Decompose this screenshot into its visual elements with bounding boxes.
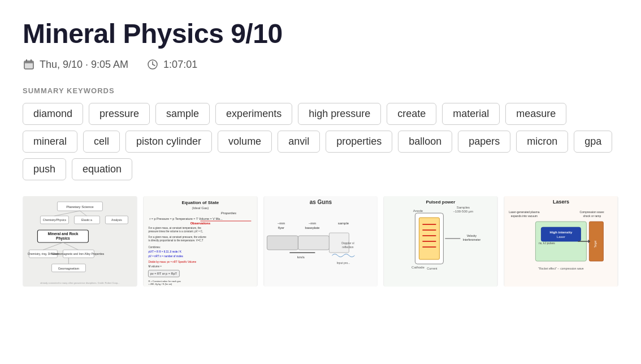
keyword-tag-18[interactable]: push: [23, 158, 66, 180]
svg-text:pV = nRT  n = number of moles: pV = nRT n = number of moles: [148, 255, 183, 258]
keyword-tag-8[interactable]: mineral: [23, 131, 77, 153]
keyword-tag-17[interactable]: gpa: [574, 131, 612, 153]
keyword-tag-7[interactable]: measure: [505, 103, 566, 125]
image-card-4: Pulsed power Anode Samples ~100-500 μm V…: [383, 196, 498, 287]
keyword-tag-14[interactable]: balloon: [398, 131, 452, 153]
image-card-2: Equation of State (Ideal Gas) Properties…: [143, 196, 258, 287]
keyword-tag-6[interactable]: material: [442, 103, 500, 125]
svg-text:Properties: Properties: [221, 211, 236, 215]
svg-text:Target: Target: [595, 240, 597, 248]
svg-text:Planetary Science: Planetary Science: [66, 205, 94, 209]
page-title: Mineral Physics 9/10: [23, 18, 618, 49]
meta-row: Thu, 9/10 · 9:05 AM 1:07:01: [23, 58, 618, 71]
keyword-tag-11[interactable]: volume: [218, 131, 272, 153]
svg-text:Mineral and Rock: Mineral and Rock: [47, 232, 78, 236]
svg-text:baseplate: baseplate: [305, 226, 320, 229]
svg-text:Electromagnetic and Iron Alloy: Electromagnetic and Iron Alloy Propertie…: [53, 252, 105, 255]
keyword-tag-19[interactable]: equation: [72, 158, 132, 180]
svg-text:Input pro...: Input pro...: [336, 261, 350, 265]
duration-meta: 1:07:01: [146, 58, 197, 71]
image-card-5: Lasers Laser-generated plasma expands in…: [504, 196, 618, 287]
svg-text:pressure times the volume is a: pressure times the volume is a constant.…: [148, 230, 203, 233]
svg-text:(Ideal Gas): (Ideal Gas): [192, 206, 209, 210]
svg-text:Compression wave:: Compression wave:: [580, 210, 605, 214]
keyword-tag-13[interactable]: properties: [326, 131, 392, 153]
svg-text:pv = RT   or   p = RpT: pv = RT or p = RpT: [150, 272, 177, 275]
image-card-1: Planetary Science Chemistry/Physics Elas…: [23, 196, 137, 287]
svg-text:Geomagnetism: Geomagnetism: [58, 267, 80, 270]
keyword-tag-9[interactable]: cell: [83, 131, 120, 153]
svg-text:~mm: ~mm: [308, 222, 316, 225]
svg-text:already connected to many othe: already connected to many other geoscien…: [40, 281, 119, 284]
svg-line-6: [153, 64, 155, 66]
svg-text:Laser-generated plasma: Laser-generated plasma: [509, 210, 539, 214]
svg-text:Current: Current: [427, 267, 438, 270]
svg-text:Interferometer: Interferometer: [463, 238, 481, 241]
section-label: SUMMARY KEYWORDS: [23, 86, 618, 95]
keyword-tag-0[interactable]: diamond: [23, 103, 83, 125]
svg-text:High intensity: High intensity: [550, 231, 573, 234]
svg-text:Samples: Samples: [457, 206, 470, 209]
svg-text:pV/T = R  R = 9.31 J/ mole / K: pV/T = R R = 9.31 J/ mole / K: [148, 250, 181, 253]
svg-text:"Rocket effect"→ compression w: "Rocket effect"→ compression wave: [538, 267, 584, 270]
images-row: Planetary Science Chemistry/Physics Elas…: [23, 196, 618, 287]
keyword-tag-12[interactable]: anvil: [278, 131, 320, 153]
svg-text:For a given mass, at constant : For a given mass, at constant pressure, …: [148, 236, 206, 239]
svg-rect-58: [267, 236, 298, 250]
keyword-tag-15[interactable]: papers: [458, 131, 510, 153]
svg-text:Doppler sl: Doppler sl: [341, 241, 354, 245]
keyword-tag-1[interactable]: pressure: [89, 103, 150, 125]
svg-text:For a given mass, at constant : For a given mass, at constant temperatur…: [148, 227, 201, 229]
svg-rect-59: [298, 236, 329, 250]
svg-text:flyer: flyer: [278, 226, 284, 229]
svg-text:= 286 J/g kg / K  (for air): = 286 J/g kg / K (for air): [148, 283, 172, 285]
svg-text:Physics: Physics: [56, 236, 70, 241]
svg-text:Anode: Anode: [413, 209, 423, 213]
date-meta: Thu, 9/10 · 9:05 AM: [23, 58, 128, 71]
svg-text:Chemistry/Physics: Chemistry/Physics: [43, 218, 67, 222]
keywords-grid: diamondpressuresampleexperimentshigh pre…: [23, 103, 618, 180]
svg-text:Velocity: Velocity: [467, 234, 477, 237]
svg-rect-2: [26, 59, 27, 62]
svg-text:Lasers: Lasers: [553, 199, 569, 205]
keyword-tag-10[interactable]: piston cylinder: [125, 131, 212, 153]
svg-text:expands into vacuum: expands into vacuum: [511, 214, 538, 218]
keyword-tag-5[interactable]: create: [387, 103, 436, 125]
svg-rect-72: [419, 218, 440, 259]
date-text: Thu, 9/10 · 9:05 AM: [40, 59, 128, 71]
svg-text:reflection: reflection: [342, 245, 354, 249]
svg-text:~100-500 μm: ~100-500 μm: [453, 210, 474, 213]
svg-text:Combines:: Combines:: [148, 246, 161, 249]
calendar-icon: [23, 58, 35, 71]
svg-text:Elastic a: Elastic a: [81, 218, 92, 222]
keyword-tag-16[interactable]: micron: [516, 131, 568, 153]
svg-text:shock or ramp: shock or ramp: [583, 214, 601, 218]
keywords-section: SUMMARY KEYWORDS diamondpressuresampleex…: [23, 86, 618, 180]
svg-text:Cathode: Cathode: [412, 266, 425, 269]
svg-rect-90: [542, 227, 581, 241]
svg-text:Pulsed power: Pulsed power: [426, 200, 456, 205]
svg-text:is directly proportional to th: is directly proportional to the temperat…: [148, 239, 203, 242]
clock-icon: [146, 58, 159, 71]
svg-text:Equation of State: Equation of State: [181, 200, 219, 205]
svg-text:Divide by mass: pv = nRT   Spe: Divide by mass: pv = nRT Specific Volume: [148, 261, 196, 263]
duration-text: 1:07:01: [163, 59, 197, 71]
svg-text:~mm: ~mm: [277, 222, 285, 225]
svg-text:r = p  Pressure = p  Temperatu: r = p Pressure = p Temperature = T Volum…: [149, 217, 223, 220]
svg-rect-3: [31, 59, 32, 62]
svg-text:ns, kJ pulses: ns, kJ pulses: [539, 241, 555, 245]
svg-text:Laser: Laser: [557, 235, 565, 239]
image-card-3: as Guns ~mm flyer ~mm baseplate sample k…: [263, 196, 378, 287]
keyword-tag-3[interactable]: experiments: [215, 103, 292, 125]
svg-rect-1: [24, 61, 33, 63]
svg-text:km/s: km/s: [297, 255, 305, 259]
svg-text:sample: sample: [337, 222, 349, 225]
svg-text:Analysis: Analysis: [111, 218, 122, 222]
svg-text:M        volume =: M volume =: [148, 265, 162, 268]
svg-text:Observations: Observations: [190, 222, 210, 225]
keyword-tag-2[interactable]: sample: [155, 103, 210, 125]
svg-text:as Guns: as Guns: [309, 199, 332, 205]
keyword-tag-4[interactable]: high pressure: [298, 103, 381, 125]
